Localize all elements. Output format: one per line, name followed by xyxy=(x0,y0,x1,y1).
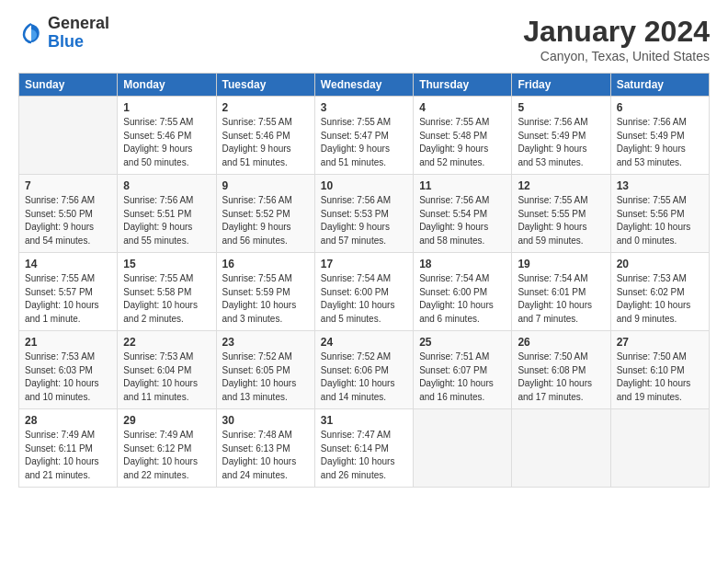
day-info: Sunrise: 7:55 AMSunset: 5:48 PMDaylight:… xyxy=(419,116,506,169)
calendar-cell: 4Sunrise: 7:55 AMSunset: 5:48 PMDaylight… xyxy=(414,97,512,175)
day-info: Sunrise: 7:54 AMSunset: 6:01 PMDaylight:… xyxy=(518,272,604,326)
day-number: 21 xyxy=(25,336,111,349)
day-info: Sunrise: 7:49 AMSunset: 6:12 PMDaylight:… xyxy=(123,429,210,482)
day-number: 11 xyxy=(419,179,506,192)
calendar-week-row: 21Sunrise: 7:53 AMSunset: 6:03 PMDayligh… xyxy=(19,331,710,409)
day-info: Sunrise: 7:56 AMSunset: 5:51 PMDaylight:… xyxy=(123,194,210,247)
day-number: 20 xyxy=(617,258,703,270)
calendar-cell: 30Sunrise: 7:48 AMSunset: 6:13 PMDayligh… xyxy=(216,409,314,488)
day-number: 8 xyxy=(123,179,210,192)
day-number: 28 xyxy=(25,414,111,427)
calendar-cell: 18Sunrise: 7:54 AMSunset: 6:00 PMDayligh… xyxy=(414,253,512,331)
day-number: 2 xyxy=(222,101,309,114)
logo-blue: Blue xyxy=(48,32,84,51)
calendar-cell xyxy=(610,409,709,488)
calendar-cell: 23Sunrise: 7:52 AMSunset: 6:05 PMDayligh… xyxy=(216,331,314,409)
day-info: Sunrise: 7:52 AMSunset: 6:05 PMDaylight:… xyxy=(222,350,309,404)
weekday-header: Tuesday xyxy=(216,74,314,97)
day-number: 15 xyxy=(123,258,210,270)
day-info: Sunrise: 7:55 AMSunset: 5:47 PMDaylight:… xyxy=(321,116,407,169)
day-number: 27 xyxy=(617,336,703,349)
weekday-header: Monday xyxy=(118,74,216,97)
day-info: Sunrise: 7:56 AMSunset: 5:52 PMDaylight:… xyxy=(222,194,309,247)
calendar-cell: 17Sunrise: 7:54 AMSunset: 6:00 PMDayligh… xyxy=(314,253,413,331)
day-number: 14 xyxy=(25,258,111,270)
weekday-header: Saturday xyxy=(610,74,709,97)
day-info: Sunrise: 7:56 AMSunset: 5:50 PMDaylight:… xyxy=(25,194,111,247)
calendar-cell: 26Sunrise: 7:50 AMSunset: 6:08 PMDayligh… xyxy=(512,331,610,409)
day-number: 25 xyxy=(419,336,506,349)
day-number: 7 xyxy=(25,179,111,192)
title-block: January 2024 Canyon, Texas, United State… xyxy=(523,15,710,63)
day-number: 26 xyxy=(518,336,604,349)
calendar-cell: 25Sunrise: 7:51 AMSunset: 6:07 PMDayligh… xyxy=(414,331,512,409)
day-info: Sunrise: 7:56 AMSunset: 5:53 PMDaylight:… xyxy=(321,194,407,247)
calendar-cell: 24Sunrise: 7:52 AMSunset: 6:06 PMDayligh… xyxy=(314,331,413,409)
calendar-cell: 7Sunrise: 7:56 AMSunset: 5:50 PMDaylight… xyxy=(19,175,118,253)
day-number: 16 xyxy=(222,258,309,270)
day-info: Sunrise: 7:56 AMSunset: 5:54 PMDaylight:… xyxy=(419,194,506,247)
weekday-header-row: SundayMondayTuesdayWednesdayThursdayFrid… xyxy=(19,74,710,97)
day-info: Sunrise: 7:56 AMSunset: 5:49 PMDaylight:… xyxy=(518,116,604,169)
calendar-cell xyxy=(414,409,512,488)
day-number: 5 xyxy=(518,101,604,114)
calendar-cell: 13Sunrise: 7:55 AMSunset: 5:56 PMDayligh… xyxy=(610,175,709,253)
calendar-cell: 11Sunrise: 7:56 AMSunset: 5:54 PMDayligh… xyxy=(414,175,512,253)
logo-icon xyxy=(18,20,44,46)
day-info: Sunrise: 7:48 AMSunset: 6:13 PMDaylight:… xyxy=(222,429,309,482)
day-number: 3 xyxy=(321,101,407,114)
day-info: Sunrise: 7:55 AMSunset: 5:56 PMDaylight:… xyxy=(617,194,703,247)
calendar-table: SundayMondayTuesdayWednesdayThursdayFrid… xyxy=(18,73,710,488)
page-header: General Blue January 2024 Canyon, Texas,… xyxy=(18,15,710,63)
weekday-header: Sunday xyxy=(19,74,118,97)
day-info: Sunrise: 7:54 AMSunset: 6:00 PMDaylight:… xyxy=(321,272,407,326)
logo-general: General xyxy=(48,14,109,32)
calendar-cell: 9Sunrise: 7:56 AMSunset: 5:52 PMDaylight… xyxy=(216,175,314,253)
day-number: 30 xyxy=(222,414,309,427)
calendar-cell: 3Sunrise: 7:55 AMSunset: 5:47 PMDaylight… xyxy=(314,97,413,175)
weekday-header: Wednesday xyxy=(314,74,413,97)
day-info: Sunrise: 7:55 AMSunset: 5:55 PMDaylight:… xyxy=(518,194,604,247)
day-number: 1 xyxy=(123,101,210,114)
calendar-cell: 29Sunrise: 7:49 AMSunset: 6:12 PMDayligh… xyxy=(118,409,216,488)
calendar-cell: 21Sunrise: 7:53 AMSunset: 6:03 PMDayligh… xyxy=(19,331,118,409)
day-info: Sunrise: 7:49 AMSunset: 6:11 PMDaylight:… xyxy=(25,429,111,482)
day-number: 17 xyxy=(321,258,407,270)
day-info: Sunrise: 7:54 AMSunset: 6:00 PMDaylight:… xyxy=(419,272,506,326)
day-number: 29 xyxy=(123,414,210,427)
day-info: Sunrise: 7:50 AMSunset: 6:08 PMDaylight:… xyxy=(518,350,604,404)
day-number: 24 xyxy=(321,336,407,349)
weekday-header: Friday xyxy=(512,74,610,97)
month-title: January 2024 xyxy=(523,15,710,49)
calendar-cell: 20Sunrise: 7:53 AMSunset: 6:02 PMDayligh… xyxy=(610,253,709,331)
calendar-cell: 12Sunrise: 7:55 AMSunset: 5:55 PMDayligh… xyxy=(512,175,610,253)
day-info: Sunrise: 7:55 AMSunset: 5:46 PMDaylight:… xyxy=(222,116,309,169)
day-info: Sunrise: 7:55 AMSunset: 5:58 PMDaylight:… xyxy=(123,272,210,326)
day-info: Sunrise: 7:55 AMSunset: 5:46 PMDaylight:… xyxy=(123,116,210,169)
calendar-cell: 19Sunrise: 7:54 AMSunset: 6:01 PMDayligh… xyxy=(512,253,610,331)
weekday-header: Thursday xyxy=(414,74,512,97)
calendar-cell: 22Sunrise: 7:53 AMSunset: 6:04 PMDayligh… xyxy=(118,331,216,409)
calendar-cell: 10Sunrise: 7:56 AMSunset: 5:53 PMDayligh… xyxy=(314,175,413,253)
day-info: Sunrise: 7:52 AMSunset: 6:06 PMDaylight:… xyxy=(321,350,407,404)
day-number: 23 xyxy=(222,336,309,349)
day-info: Sunrise: 7:56 AMSunset: 5:49 PMDaylight:… xyxy=(617,116,703,169)
calendar-cell xyxy=(19,97,118,175)
logo-text: General Blue xyxy=(48,15,109,52)
day-number: 22 xyxy=(123,336,210,349)
day-info: Sunrise: 7:47 AMSunset: 6:14 PMDaylight:… xyxy=(321,429,407,482)
calendar-cell: 6Sunrise: 7:56 AMSunset: 5:49 PMDaylight… xyxy=(610,97,709,175)
calendar-cell: 16Sunrise: 7:55 AMSunset: 5:59 PMDayligh… xyxy=(216,253,314,331)
calendar-week-row: 14Sunrise: 7:55 AMSunset: 5:57 PMDayligh… xyxy=(19,253,710,331)
calendar-cell: 2Sunrise: 7:55 AMSunset: 5:46 PMDaylight… xyxy=(216,97,314,175)
day-info: Sunrise: 7:55 AMSunset: 5:59 PMDaylight:… xyxy=(222,272,309,326)
day-info: Sunrise: 7:51 AMSunset: 6:07 PMDaylight:… xyxy=(419,350,506,404)
day-number: 4 xyxy=(419,101,506,114)
day-number: 10 xyxy=(321,179,407,192)
day-number: 18 xyxy=(419,258,506,270)
day-number: 19 xyxy=(518,258,604,270)
day-number: 12 xyxy=(518,179,604,192)
calendar-cell: 5Sunrise: 7:56 AMSunset: 5:49 PMDaylight… xyxy=(512,97,610,175)
calendar-week-row: 7Sunrise: 7:56 AMSunset: 5:50 PMDaylight… xyxy=(19,175,710,253)
calendar-cell: 1Sunrise: 7:55 AMSunset: 5:46 PMDaylight… xyxy=(118,97,216,175)
